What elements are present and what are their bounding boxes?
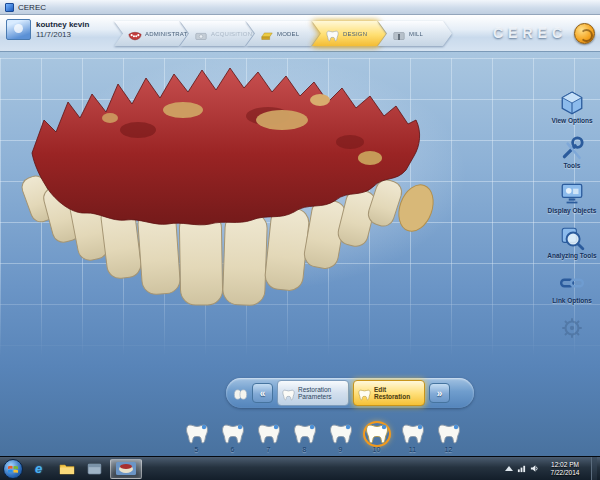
start-button[interactable]	[3, 459, 23, 479]
system-tray: 12:02 PM 7/22/2014	[505, 457, 597, 480]
tab-acquisition[interactable]: ACQUISITION	[180, 21, 254, 46]
tools-button[interactable]: Tools	[545, 135, 599, 169]
cerec-logo: CEREC	[493, 25, 567, 41]
workflow-tabs: ADMINISTRATION ACQUISITION MODEL	[114, 21, 452, 46]
network-icon[interactable]	[517, 464, 526, 473]
link-options-button[interactable]: Link Options	[545, 270, 599, 304]
administration-denture-icon	[128, 28, 142, 40]
tooth-11[interactable]: 11	[397, 423, 428, 453]
display-objects-button[interactable]: Display Objects	[545, 180, 599, 214]
analyzing-tools-button[interactable]: Analyzing Tools	[545, 225, 599, 259]
tooth-6[interactable]: 6	[217, 423, 248, 453]
tray-expand-icon[interactable]	[505, 466, 513, 471]
tooth-selector: 5 6 7 8 9 10 1	[181, 423, 464, 453]
acquisition-camera-icon	[194, 28, 208, 40]
previous-step-button[interactable]: «	[252, 383, 273, 403]
windows-taskbar: e 12:02 PM 7/22/2014	[0, 456, 600, 480]
model-block-icon	[260, 28, 274, 40]
link-chain-icon	[559, 270, 585, 296]
app-window-icon	[87, 463, 102, 475]
tooth-icon	[437, 423, 461, 445]
restoration-tooth-icon	[282, 387, 295, 399]
patient-photo-icon	[6, 19, 31, 40]
taskbar-explorer-button[interactable]	[54, 459, 79, 479]
tooth-9[interactable]: 9	[325, 423, 356, 453]
mill-machine-icon	[392, 28, 406, 40]
taskbar-clock[interactable]: 12:02 PM 7/22/2014	[543, 461, 587, 477]
tooth-icon	[293, 423, 317, 445]
tooth-icon	[185, 423, 209, 445]
window-title: CEREC	[18, 3, 46, 12]
tab-model[interactable]: MODEL	[246, 21, 320, 46]
cerec-window: CEREC koutney kevin 11/7/2013 ADMINISTRA…	[0, 0, 600, 480]
tooth-7[interactable]: 7	[253, 423, 284, 453]
windows-flag-icon	[7, 463, 19, 475]
model-viewport[interactable]: View Options Tools Display Objects Analy…	[0, 52, 600, 456]
clock-date: 7/22/2014	[551, 469, 580, 477]
show-desktop-button[interactable]	[591, 457, 597, 480]
restoration-parameters-label: Restoration Parameters	[298, 386, 344, 400]
prev-chevrons-icon: «	[260, 388, 266, 399]
tab-mill[interactable]: MILL	[378, 21, 452, 46]
tooth-icon-selected	[365, 423, 389, 445]
tooth-icon	[221, 423, 245, 445]
taskbar-cerec-button[interactable]	[110, 459, 142, 479]
tools-wrench-icon	[559, 135, 585, 161]
tool-sidebar: View Options Tools Display Objects Analy…	[545, 90, 599, 342]
tooth-10[interactable]: 10	[361, 423, 392, 453]
patient-name: koutney kevin	[36, 20, 89, 30]
dental-scan-model[interactable]	[18, 58, 463, 358]
taskbar-app-button[interactable]	[82, 459, 107, 479]
restoration-parameters-button[interactable]: Restoration Parameters	[277, 380, 349, 406]
app-header: koutney kevin 11/7/2013 ADMINISTRATION	[0, 15, 600, 52]
display-objects-icon	[559, 180, 585, 206]
design-tooth-icon	[326, 28, 340, 40]
app-icon	[5, 3, 14, 12]
disabled-tool-button	[545, 315, 599, 342]
edit-restoration-tooth-icon	[358, 387, 371, 399]
tooth-icon	[257, 423, 281, 445]
volume-icon[interactable]	[530, 464, 539, 473]
teeth-pair-icon	[233, 387, 248, 400]
tab-label: MILL	[409, 31, 423, 37]
cerec-thumbnail-icon	[116, 462, 136, 475]
tooth-icon	[329, 423, 353, 445]
system-menu-button[interactable]	[574, 23, 595, 44]
tooth-icon	[401, 423, 425, 445]
tab-administration[interactable]: ADMINISTRATION	[114, 21, 188, 46]
gear-icon	[559, 315, 585, 341]
folder-icon	[59, 462, 75, 475]
patient-date: 11/7/2013	[36, 30, 89, 40]
titlebar: CEREC	[0, 0, 600, 15]
next-chevrons-icon: »	[437, 388, 443, 399]
next-step-button[interactable]: »	[429, 383, 450, 403]
tab-label: MODEL	[277, 31, 299, 37]
tooth-12[interactable]: 12	[433, 423, 464, 453]
view-options-cube-icon	[559, 90, 585, 116]
tab-label: DESIGN	[343, 31, 367, 37]
step-command-bar: « Restoration Parameters Edit Restoratio…	[226, 378, 474, 408]
clock-time: 12:02 PM	[551, 461, 579, 469]
tab-design[interactable]: DESIGN	[312, 21, 386, 46]
tooth-5[interactable]: 5	[181, 423, 212, 453]
view-options-button[interactable]: View Options	[545, 90, 599, 124]
edit-restoration-button[interactable]: Edit Restoration	[353, 380, 425, 406]
internet-explorer-icon: e	[35, 461, 42, 476]
analyzing-magnifier-icon	[559, 225, 585, 251]
taskbar-ie-button[interactable]: e	[26, 459, 51, 479]
edit-restoration-label: Edit Restoration	[374, 386, 420, 400]
tooth-8[interactable]: 8	[289, 423, 320, 453]
patient-card[interactable]: koutney kevin 11/7/2013	[6, 19, 89, 40]
